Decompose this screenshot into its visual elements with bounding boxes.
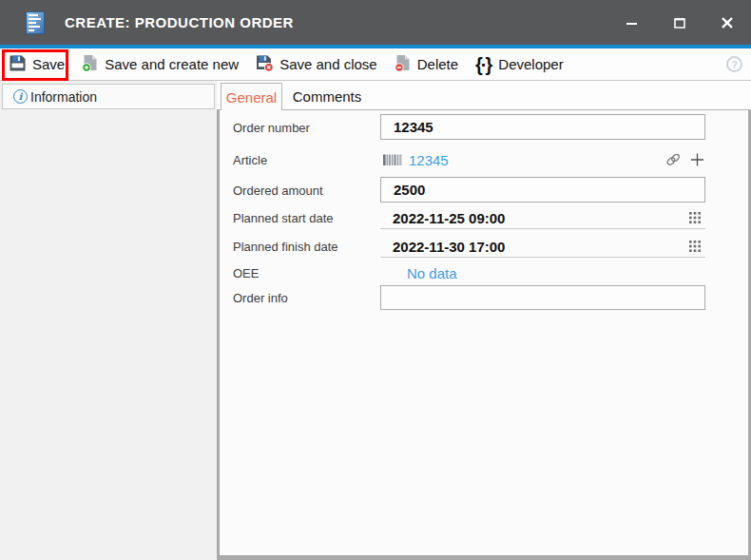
sidebar-item-information[interactable]: i Information (2, 84, 215, 109)
window-controls (608, 0, 751, 45)
oee-label: OEE (233, 266, 259, 280)
planned-finish-date-field[interactable]: 2022-11-30 17:00 (380, 235, 705, 258)
planned-finish-date-label: Planned finish date (233, 240, 338, 254)
code-braces-icon: {·} (475, 55, 492, 74)
save-and-close-button[interactable]: Save and close (247, 48, 386, 80)
developer-button[interactable]: {·} Developer (467, 48, 572, 80)
minimize-button[interactable] (608, 0, 656, 45)
barcode-icon (382, 153, 403, 167)
order-number-input[interactable] (380, 114, 705, 140)
order-info-input[interactable] (380, 285, 705, 310)
general-tab-panel: Order number Article (217, 109, 751, 560)
tab-comments[interactable]: Comments (284, 83, 370, 110)
oee-no-data-link[interactable]: No data (407, 265, 457, 281)
order-info-label: Order info (233, 291, 288, 305)
order-info-row: Order info (220, 285, 748, 310)
document-add-icon (82, 54, 99, 75)
planned-finish-date-value: 2022-11-30 17:00 (393, 238, 505, 254)
planned-start-date-label: Planned start date (233, 211, 334, 225)
article-row: Article 1 (220, 146, 748, 173)
article-label: Article (233, 153, 267, 167)
save-and-close-label: Save and close (279, 56, 377, 72)
planned-start-date-field[interactable]: 2022-11-25 09:00 (380, 206, 705, 229)
order-number-label: Order number (233, 120, 310, 134)
planned-start-date-value: 2022-11-25 09:00 (393, 209, 505, 225)
minimize-icon (626, 16, 639, 29)
maximize-icon (673, 16, 686, 29)
article-reference-link[interactable]: 12345 (409, 152, 449, 168)
info-icon: i (13, 89, 28, 104)
link-icon[interactable] (664, 152, 683, 168)
sidebar-item-information-label: Information (30, 89, 97, 105)
plus-icon[interactable] (690, 153, 704, 167)
delete-button[interactable]: Delete (386, 48, 467, 80)
close-icon (721, 16, 734, 29)
toolbar: Save Save and create new Save and close (0, 48, 751, 81)
app-document-icon (26, 11, 45, 34)
save-and-create-new-button[interactable]: Save and create new (73, 48, 247, 80)
planned-start-date-row: Planned start date 2022-11-25 09:00 (220, 206, 748, 229)
ordered-amount-label: Ordered amount (233, 183, 323, 197)
maximize-button[interactable] (656, 0, 703, 45)
developer-button-label: Developer (498, 56, 563, 72)
sidebar: i Information (0, 81, 217, 560)
order-number-row: Order number (220, 114, 748, 140)
ordered-amount-row: Ordered amount (220, 177, 748, 203)
floppy-cancel-icon (256, 54, 274, 75)
floppy-save-icon (9, 54, 27, 75)
planned-finish-date-row: Planned finish date 2022-11-30 17:00 (220, 235, 748, 258)
grid-picker-icon[interactable] (689, 212, 701, 223)
delete-button-label: Delete (417, 56, 458, 72)
tab-general[interactable]: General (221, 83, 282, 110)
grid-picker-icon[interactable] (689, 241, 701, 252)
save-button[interactable]: Save (0, 48, 73, 80)
titlebar: CREATE: PRODUCTION ORDER (0, 0, 751, 45)
tab-strip: General Comments (217, 81, 751, 109)
document-remove-icon (395, 54, 412, 75)
close-button[interactable] (703, 0, 751, 45)
window-title: CREATE: PRODUCTION ORDER (65, 14, 294, 30)
ordered-amount-input[interactable] (380, 177, 705, 203)
help-icon[interactable]: ? (726, 56, 742, 72)
save-button-label: Save (32, 56, 65, 72)
save-and-create-new-label: Save and create new (105, 56, 239, 72)
oee-row: OEE No data (220, 263, 748, 282)
